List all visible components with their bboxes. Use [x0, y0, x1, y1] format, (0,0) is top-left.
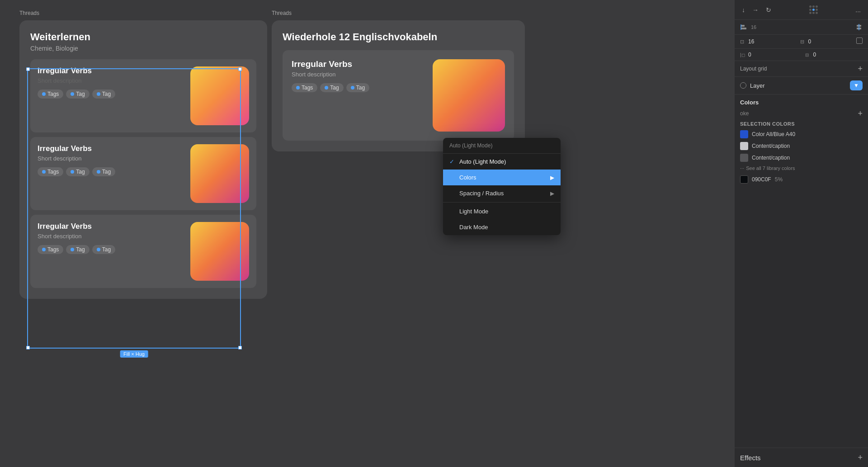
dropdown-item-colors[interactable]: Colors ▶ [443, 170, 561, 185]
tag-dot [71, 170, 74, 174]
card-3[interactable]: Irregular Verbs Short description Tags T… [30, 215, 256, 288]
resize-icon [856, 38, 863, 44]
chevron-down-icon: ▼ [854, 82, 859, 89]
align-hcenter-button[interactable] [855, 24, 863, 31]
card2-title: Irregular Verbs [38, 144, 183, 153]
tag-item[interactable]: Tag [66, 245, 89, 254]
svg-rect-0 [741, 25, 745, 27]
color-name-1: Color All/Blue A40 [752, 131, 795, 137]
layer-options-button[interactable]: ▼ [850, 80, 863, 90]
fill-row[interactable]: 090C0F 5% [740, 175, 863, 184]
tag-dot [42, 92, 46, 96]
dropdown-item-auto[interactable]: ✓ Auto (Light Mode) [443, 154, 561, 170]
frame1: Weiterlernen Chemie, Biologie Irregular … [19, 20, 267, 299]
x-value[interactable]: 0 [808, 38, 853, 45]
color-swatch-caption-light [740, 142, 748, 150]
tag-dot [71, 92, 74, 96]
tag-item[interactable]: Tag [92, 167, 115, 176]
layout-grid-row: Layout grid + [735, 61, 868, 77]
card1-image [190, 66, 249, 125]
frame2-label: Threads [272, 10, 292, 16]
y-label: ⊟ [805, 52, 813, 57]
handle-bottom-right[interactable] [238, 346, 242, 349]
tag-item[interactable]: Tags [38, 245, 63, 254]
card-large-image [433, 59, 505, 132]
tag-dot [325, 86, 328, 90]
card-1[interactable]: Irregular Verbs Short description Tags T… [30, 59, 256, 132]
align-left-button[interactable] [740, 24, 747, 31]
colors-header: Colors [740, 99, 863, 106]
h-value[interactable]: 0 [748, 52, 798, 58]
frame1-label: Threads [19, 10, 39, 16]
w-value[interactable]: 16 [748, 38, 793, 45]
color-name-3: Content/caption [752, 155, 790, 161]
tag-dot [97, 248, 100, 251]
card1-desc: Short description [38, 77, 183, 84]
card3-content: Irregular Verbs Short description Tags T… [38, 222, 183, 254]
align-down-icon[interactable]: ↓ [740, 5, 747, 14]
tag-dot [97, 170, 100, 174]
color-row-3[interactable]: Content/caption [740, 154, 863, 162]
card-large[interactable]: Irregular Verbs Short description Tags T… [283, 50, 514, 141]
divider [443, 202, 561, 203]
y-value[interactable]: 0 [813, 52, 863, 58]
color-row-2[interactable]: Content/caption [740, 142, 863, 150]
tag-dot [296, 86, 300, 90]
card-2[interactable]: Irregular Verbs Short description Tags T… [30, 137, 256, 210]
tag-item[interactable]: Tag [92, 245, 115, 254]
dropdown-item-spacing[interactable]: Spacing / Radius ▶ [443, 185, 561, 201]
card1-tags-row: Tags Tag Tag [38, 90, 183, 99]
add-effect-button[interactable]: + [858, 453, 863, 462]
frame1-subtitle: Chemie, Biologie [30, 45, 256, 52]
card-large-content: Irregular Verbs Short description Tags T… [292, 59, 425, 92]
color-swatch-blue [740, 130, 748, 138]
dots-icon: ··· [740, 165, 744, 171]
right-panel: ↓ → ↻ ... [734, 0, 868, 467]
nav-icons: ↓ → ↻ [740, 5, 773, 14]
frame1-title: Weiterlernen [30, 31, 256, 43]
layout-grid-label: Layout grid [740, 66, 767, 72]
tag-item[interactable]: Tag [66, 90, 89, 99]
align-right-icon[interactable]: → [750, 5, 760, 14]
add-stroke-button[interactable]: + [858, 109, 863, 118]
refresh-icon[interactable]: ↻ [764, 5, 773, 14]
see-all-colors-link[interactable]: ··· See all 7 library colors [740, 165, 863, 171]
layer-label: Layer [750, 82, 765, 89]
handle-bottom-left[interactable] [26, 346, 30, 349]
tag-item[interactable]: Tag [92, 90, 115, 99]
align-dot [812, 12, 815, 14]
more-options-button[interactable]: ... [854, 5, 863, 14]
tag-item[interactable]: Tag [346, 83, 369, 92]
card-large-title: Irregular Verbs [292, 59, 425, 69]
dropdown-item-light[interactable]: Light Mode [443, 203, 561, 219]
tag-item[interactable]: Tags [292, 83, 317, 92]
dropdown-item-dark[interactable]: Dark Mode [443, 219, 561, 235]
chevron-right-icon: ▶ [550, 175, 554, 181]
dropdown-menu: Auto (Light Mode) ✓ Auto (Light Mode) Co… [443, 138, 561, 235]
x-label: ⊟ [800, 39, 808, 45]
w-label: ⊡ [740, 39, 748, 45]
stroke-row: oke + [740, 109, 863, 118]
tag-item[interactable]: Tags [38, 167, 63, 176]
dropdown-header-text: Auto (Light Mode) [449, 142, 492, 149]
align-dot [809, 12, 811, 14]
card2-desc: Short description [38, 155, 183, 162]
tag-item[interactable]: Tag [66, 167, 89, 176]
add-layout-grid-button[interactable]: + [858, 65, 863, 73]
card2-content: Irregular Verbs Short description Tags T… [38, 144, 183, 176]
color-row-1[interactable]: Color All/Blue A40 [740, 130, 863, 138]
align-dot [816, 9, 818, 11]
spacing-value: 16 [751, 24, 852, 30]
card1-title: Irregular Verbs [38, 66, 183, 75]
tag-dot [351, 86, 354, 90]
align-dot [816, 5, 818, 8]
see-all-label: See all 7 library colors [746, 165, 795, 171]
card3-title: Irregular Verbs [38, 222, 183, 231]
align-dot [809, 5, 811, 8]
color-swatch-caption-dark [740, 154, 748, 162]
tag-item[interactable]: Tag [320, 83, 343, 92]
tag-item[interactable]: Tags [38, 90, 63, 99]
layer-section: Layer ▼ [735, 77, 868, 94]
fill-hug-label: Fill × Hug [120, 350, 148, 358]
card3-desc: Short description [38, 233, 183, 240]
